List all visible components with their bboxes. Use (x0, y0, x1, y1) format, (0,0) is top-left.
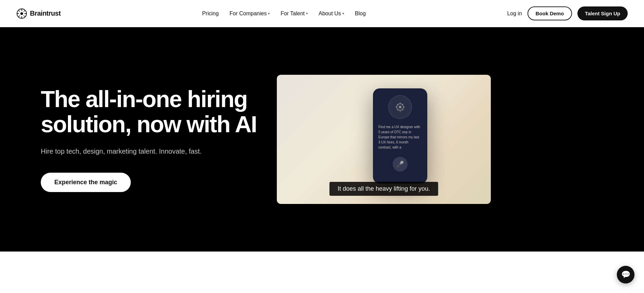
mic-button[interactable]: 🎤 (393, 157, 408, 172)
nav-for-companies[interactable]: For Companies ▾ (230, 11, 270, 17)
nav-blog[interactable]: Blog (355, 11, 366, 17)
nav-center: Pricing For Companies ▾ For Talent ▾ Abo… (202, 11, 366, 17)
chevron-down-icon: ▾ (306, 12, 308, 15)
hero-section: The all-in-one hiring solution, now with… (0, 27, 644, 252)
phone-logo-circle (388, 95, 412, 119)
hero-subtitle: Hire top tech, design, marketing talent.… (41, 146, 258, 156)
nav-for-talent[interactable]: For Talent ▾ (281, 11, 308, 17)
login-button[interactable]: Log in (507, 11, 522, 17)
phone-ai-text: Find me a UX designer with 5 years of DT… (378, 124, 422, 150)
video-caption: It does all the heavy lifting for you. (329, 182, 438, 196)
hero-video: Find me a UX designer with 5 years of DT… (277, 75, 491, 204)
svg-line-6 (18, 10, 20, 12)
talent-signup-button[interactable]: Talent Sign Up (577, 6, 628, 20)
svg-line-7 (24, 15, 25, 17)
bottom-section (0, 252, 644, 292)
svg-line-8 (24, 10, 25, 12)
svg-point-1 (20, 12, 23, 15)
logo[interactable]: Braintrust (16, 8, 61, 19)
chevron-down-icon: ▾ (268, 12, 270, 15)
braintrust-logo-icon (16, 8, 27, 19)
logo-text: Braintrust (30, 10, 61, 17)
gear-sun-icon (394, 101, 406, 113)
chevron-down-icon: ▾ (342, 12, 344, 15)
nav-pricing[interactable]: Pricing (202, 11, 219, 17)
chat-widget-button[interactable]: 💬 (617, 266, 634, 283)
nav-actions: Log in Book Demo Talent Sign Up (507, 6, 628, 20)
hero-visual: Find me a UX designer with 5 years of DT… (272, 75, 496, 204)
experience-magic-button[interactable]: Experience the magic (41, 173, 131, 192)
hero-title: The all-in-one hiring solution, now with… (41, 87, 258, 137)
hero-content: The all-in-one hiring solution, now with… (41, 87, 272, 192)
nav-about-us[interactable]: About Us ▾ (319, 11, 344, 17)
svg-line-9 (18, 15, 20, 17)
svg-point-11 (399, 106, 401, 108)
book-demo-button[interactable]: Book Demo (527, 6, 572, 20)
navbar: Braintrust Pricing For Companies ▾ For T… (0, 0, 644, 27)
chat-icon: 💬 (621, 270, 630, 279)
mic-icon: 🎤 (396, 160, 404, 168)
phone-mockup: Find me a UX designer with 5 years of DT… (373, 88, 427, 184)
